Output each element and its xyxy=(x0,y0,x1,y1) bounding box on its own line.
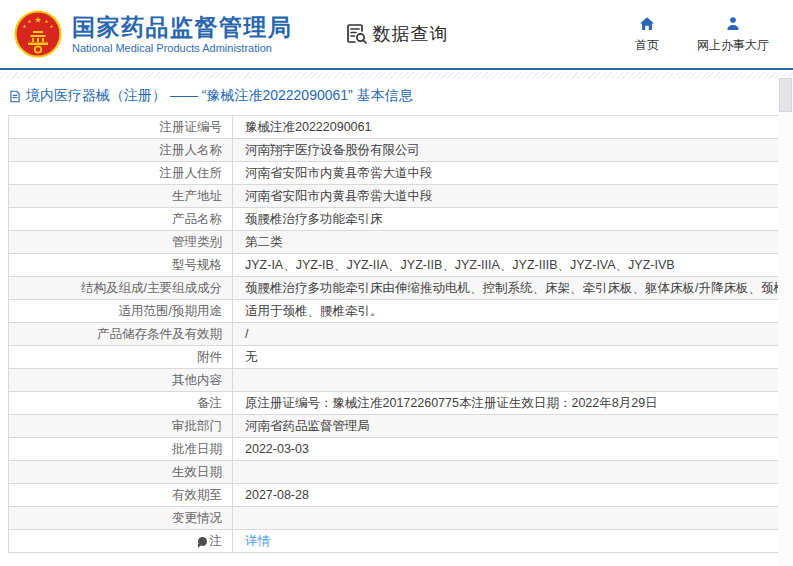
org-titles: 国家药品监督管理局 National Medical Products Admi… xyxy=(72,14,293,54)
row-value: 豫械注准20222090061 xyxy=(233,116,784,139)
table-row: 管理类别第二类 xyxy=(9,231,784,254)
row-label: 适用范围/预期用途 xyxy=(9,300,233,323)
row-value: 第二类 xyxy=(233,231,784,254)
row-value: 颈腰椎治疗多功能牵引床 xyxy=(233,208,784,231)
nav-label-home: 首页 xyxy=(635,37,659,54)
national-emblem-logo xyxy=(14,10,62,58)
row-label: 型号规格 xyxy=(9,254,233,277)
table-row: 产品名称颈腰椎治疗多功能牵引床 xyxy=(9,208,784,231)
table-row: 注册人住所河南省安阳市内黄县帝喾大道中段 xyxy=(9,162,784,185)
row-value: 河南翔宇医疗设备股份有限公司 xyxy=(233,139,784,162)
info-table-body: 注册证编号豫械注准20222090061注册人名称河南翔宇医疗设备股份有限公司注… xyxy=(9,116,784,553)
row-label: 附件 xyxy=(9,346,233,369)
table-row: 变更情况 xyxy=(9,507,784,530)
table-row: 产品储存条件及有效期/ xyxy=(9,323,784,346)
table-row: 有效期至2027-08-28 xyxy=(9,484,784,507)
user-icon xyxy=(724,14,742,32)
row-label: 变更情况 xyxy=(9,507,233,530)
breadcrumb-text: 境内医疗器械（注册） —— “豫械注准20222090061” 基本信息 xyxy=(26,87,413,105)
scrollbar-track[interactable] xyxy=(778,76,793,566)
row-value: 2022-03-03 xyxy=(233,438,784,461)
note-icon xyxy=(198,537,207,546)
table-row: 其他内容 xyxy=(9,369,784,392)
row-value: / xyxy=(233,323,784,346)
site-header: 国家药品监督管理局 National Medical Products Admi… xyxy=(0,0,793,70)
nav-item-home[interactable]: 首页 xyxy=(635,14,659,54)
nav-label-service-hall: 网上办事大厅 xyxy=(697,37,769,54)
row-value: 2027-08-28 xyxy=(233,484,784,507)
detail-link[interactable]: 详情 xyxy=(245,534,270,548)
row-label: 产品名称 xyxy=(9,208,233,231)
table-row: 结构及组成/主要组成成分颈腰椎治疗多功能牵引床由伸缩推动电机、控制系统、床架、牵… xyxy=(9,277,784,300)
row-label: 审批部门 xyxy=(9,415,233,438)
row-label: 产品储存条件及有效期 xyxy=(9,323,233,346)
table-row: 注册人名称河南翔宇医疗设备股份有限公司 xyxy=(9,139,784,162)
registration-info-table: 注册证编号豫械注准20222090061注册人名称河南翔宇医疗设备股份有限公司注… xyxy=(8,115,784,553)
table-row: 适用范围/预期用途适用于颈椎、腰椎牵引。 xyxy=(9,300,784,323)
row-label: 批准日期 xyxy=(9,438,233,461)
table-row: 生效日期 xyxy=(9,461,784,484)
row-value xyxy=(233,507,784,530)
row-label: 其他内容 xyxy=(9,369,233,392)
row-label: 备注 xyxy=(9,392,233,415)
data-query-icon xyxy=(345,22,369,46)
breadcrumb: 境内医疗器械（注册） —— “豫械注准20222090061” 基本信息 xyxy=(8,87,773,105)
row-value: 河南省安阳市内黄县帝喾大道中段 xyxy=(233,162,784,185)
org-name-en: National Medical Products Administration xyxy=(72,42,293,54)
row-label: 结构及组成/主要组成成分 xyxy=(9,277,233,300)
table-row: 注详情 xyxy=(9,530,784,553)
table-row: 附件无 xyxy=(9,346,784,369)
data-query-section: 数据查询 xyxy=(345,22,449,46)
section-title: 数据查询 xyxy=(373,22,449,46)
row-value xyxy=(233,369,784,392)
page: 国家药品监督管理局 National Medical Products Admi… xyxy=(0,0,793,566)
table-row: 型号规格JYZ-IA、JYZ-IB、JYZ-IIA、JYZ-IIB、JYZ-II… xyxy=(9,254,784,277)
org-name-cn: 国家药品监督管理局 xyxy=(72,14,293,40)
row-value: 适用于颈椎、腰椎牵引。 xyxy=(233,300,784,323)
top-nav: 首页 网上办事大厅 xyxy=(635,14,779,54)
table-row: 批准日期2022-03-03 xyxy=(9,438,784,461)
row-value: 原注册证编号：豫械注准20172260775本注册证生效日期：2022年8月29… xyxy=(233,392,784,415)
table-row: 生产地址河南省安阳市内黄县帝喾大道中段 xyxy=(9,185,784,208)
row-label: 生效日期 xyxy=(9,461,233,484)
row-label: 注册人名称 xyxy=(9,139,233,162)
header-hatch-strip xyxy=(0,72,793,79)
home-icon xyxy=(638,14,656,32)
row-value: JYZ-IA、JYZ-IB、JYZ-IIA、JYZ-IIB、JYZ-IIIA、J… xyxy=(233,254,784,277)
row-label: 生产地址 xyxy=(9,185,233,208)
document-icon xyxy=(8,89,22,104)
row-value: 详情 xyxy=(233,530,784,553)
row-label: 有效期至 xyxy=(9,484,233,507)
row-value: 颈腰椎治疗多功能牵引床由伸缩推动电机、控制系统、床架、牵引床板、躯体床板/升降床… xyxy=(233,277,784,300)
row-label: 注 xyxy=(9,530,233,553)
row-label: 管理类别 xyxy=(9,231,233,254)
row-label: 注册证编号 xyxy=(9,116,233,139)
table-row: 审批部门河南省药品监督管理局 xyxy=(9,415,784,438)
table-row: 备注原注册证编号：豫械注准20172260775本注册证生效日期：2022年8月… xyxy=(9,392,784,415)
scrollbar-thumb[interactable] xyxy=(779,78,792,112)
table-row: 注册证编号豫械注准20222090061 xyxy=(9,116,784,139)
nav-item-service-hall[interactable]: 网上办事大厅 xyxy=(697,14,769,54)
row-label: 注册人住所 xyxy=(9,162,233,185)
row-value xyxy=(233,461,784,484)
row-value: 河南省药品监督管理局 xyxy=(233,415,784,438)
row-value: 河南省安阳市内黄县帝喾大道中段 xyxy=(233,185,784,208)
row-value: 无 xyxy=(233,346,784,369)
